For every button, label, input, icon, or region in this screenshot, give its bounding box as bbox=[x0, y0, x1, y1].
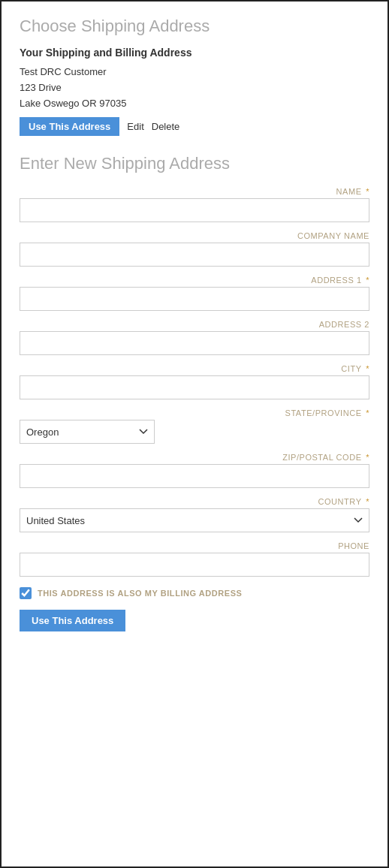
zip-form-group: ZIP/POSTAL CODE * bbox=[20, 453, 369, 488]
phone-label: PHONE bbox=[338, 541, 369, 550]
delete-address-button[interactable]: Delete bbox=[152, 121, 180, 132]
address2-input[interactable] bbox=[20, 331, 369, 355]
company-label: COMPANY NAME bbox=[297, 231, 369, 240]
country-label: COUNTRY * bbox=[318, 497, 369, 506]
city-input[interactable] bbox=[20, 375, 369, 399]
edit-address-button[interactable]: Edit bbox=[127, 121, 143, 132]
country-select[interactable]: United States Canada United Kingdom bbox=[20, 508, 369, 532]
state-select[interactable]: Oregon California Washington Nevada bbox=[20, 420, 155, 444]
main-container: Choose Shipping Address Your Shipping an… bbox=[0, 0, 389, 868]
use-this-address-bottom-button[interactable]: Use This Address bbox=[20, 610, 125, 631]
company-input[interactable] bbox=[20, 243, 369, 267]
address-actions: Use This Address Edit Delete bbox=[20, 117, 369, 136]
address1-label: ADDRESS 1 * bbox=[311, 276, 369, 285]
city-label: CITY * bbox=[341, 364, 369, 373]
name-label: NAME * bbox=[336, 187, 369, 196]
city-form-group: CITY * bbox=[20, 364, 369, 399]
company-form-group: COMPANY NAME bbox=[20, 231, 369, 267]
address1-input[interactable] bbox=[20, 287, 369, 311]
billing-checkbox[interactable] bbox=[20, 587, 32, 599]
billing-checkbox-row: THIS ADDRESS IS ALSO MY BILLING ADDRESS bbox=[20, 587, 369, 599]
existing-address-text: Test DRC Customer 123 Drive Lake Oswego … bbox=[20, 65, 369, 111]
state-label: STATE/PROVINCE * bbox=[285, 408, 369, 417]
billing-checkbox-label: THIS ADDRESS IS ALSO MY BILLING ADDRESS bbox=[38, 589, 242, 598]
existing-address-section-title: Your Shipping and Billing Address bbox=[20, 47, 369, 59]
name-input[interactable] bbox=[20, 198, 369, 222]
name-form-group: NAME * bbox=[20, 187, 369, 222]
address2-label: ADDRESS 2 bbox=[319, 320, 369, 329]
zip-input[interactable] bbox=[20, 464, 369, 488]
zip-label: ZIP/POSTAL CODE * bbox=[282, 453, 369, 462]
address1-form-group: ADDRESS 1 * bbox=[20, 276, 369, 311]
page-title: Choose Shipping Address bbox=[20, 17, 369, 36]
address-line1: 123 Drive bbox=[20, 82, 62, 93]
state-form-group: STATE/PROVINCE * Oregon California Washi… bbox=[20, 408, 369, 444]
address-name: Test DRC Customer bbox=[20, 66, 107, 77]
address-line2: Lake Oswego OR 97035 bbox=[20, 98, 126, 109]
new-address-section-title: Enter New Shipping Address bbox=[20, 154, 369, 173]
use-this-address-button[interactable]: Use This Address bbox=[20, 117, 119, 136]
address2-form-group: ADDRESS 2 bbox=[20, 320, 369, 355]
country-form-group: COUNTRY * United States Canada United Ki… bbox=[20, 497, 369, 532]
phone-input[interactable] bbox=[20, 553, 369, 577]
phone-form-group: PHONE bbox=[20, 541, 369, 577]
existing-address-section: Your Shipping and Billing Address Test D… bbox=[20, 47, 369, 136]
